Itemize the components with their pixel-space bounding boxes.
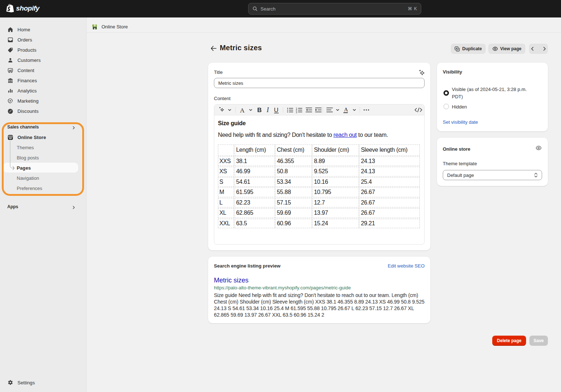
- svg-text:3: 3: [296, 111, 297, 114]
- svg-text:I: I: [266, 106, 269, 114]
- svg-text:A: A: [240, 107, 245, 114]
- svg-text:B: B: [257, 107, 262, 114]
- svg-text:A: A: [344, 106, 349, 112]
- svg-text:U: U: [274, 107, 278, 114]
